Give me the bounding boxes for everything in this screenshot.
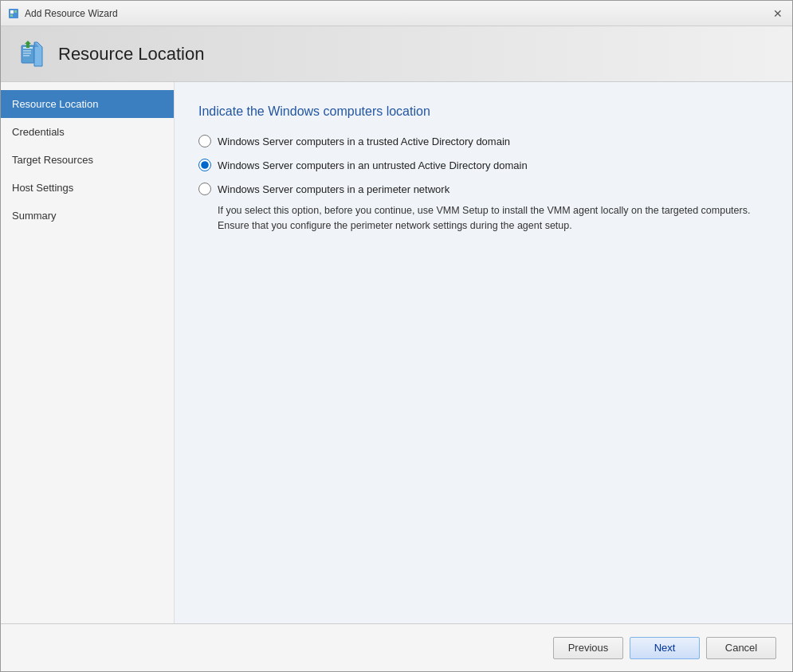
svg-rect-6 [23,50,31,52]
sidebar: Resource Location Credentials Target Res… [1,82,175,623]
sidebar-item-host-settings[interactable]: Host Settings [1,174,174,202]
svg-rect-8 [23,55,29,57]
sidebar-item-target-resources[interactable]: Target Resources [1,146,174,174]
radio-perimeter-label: Windows Server computers in a perimeter … [218,183,449,195]
section-title: Indicate the Windows computers location [198,104,768,119]
svg-rect-3 [10,14,13,17]
titlebar: Add Resource Wizard ✕ [1,1,792,26]
svg-rect-7 [23,53,31,54]
perimeter-note: If you select this option, before you co… [218,203,768,234]
sidebar-item-resource-location[interactable]: Resource Location [1,90,174,118]
radio-untrusted-label: Windows Server computers in an untrusted… [218,159,528,171]
radio-option-untrusted[interactable]: Windows Server computers in an untrusted… [198,159,768,171]
header-bar: Resource Location [1,26,792,82]
header-title: Resource Location [58,44,204,65]
previous-button[interactable]: Previous [553,637,623,659]
sidebar-item-summary[interactable]: Summary [1,202,174,230]
wizard-icon [17,39,47,69]
svg-rect-1 [10,10,14,14]
app-icon [7,7,20,20]
window-title: Add Resource Wizard [25,8,118,19]
cancel-button[interactable]: Cancel [706,637,776,659]
wizard-window: Add Resource Wizard ✕ Resource Location … [0,0,793,672]
main-content: Indicate the Windows computers location … [175,82,792,623]
next-button[interactable]: Next [630,637,700,659]
content-area: Resource Location Credentials Target Res… [1,82,792,623]
radio-perimeter[interactable] [198,183,211,195]
titlebar-left: Add Resource Wizard [7,7,118,20]
radio-perimeter-group: Windows Server computers in a perimeter … [198,183,768,234]
close-button[interactable]: ✕ [770,6,786,22]
footer: Previous Next Cancel [1,623,792,671]
radio-trusted-label: Windows Server computers in a trusted Ac… [218,136,510,147]
radio-trusted[interactable] [198,135,211,147]
radio-group: Windows Server computers in a trusted Ac… [198,135,768,234]
svg-rect-2 [14,10,17,13]
radio-untrusted[interactable] [198,159,211,171]
radio-option-trusted[interactable]: Windows Server computers in a trusted Ac… [198,135,768,147]
sidebar-item-credentials[interactable]: Credentials [1,118,174,146]
radio-option-perimeter[interactable]: Windows Server computers in a perimeter … [198,183,768,195]
